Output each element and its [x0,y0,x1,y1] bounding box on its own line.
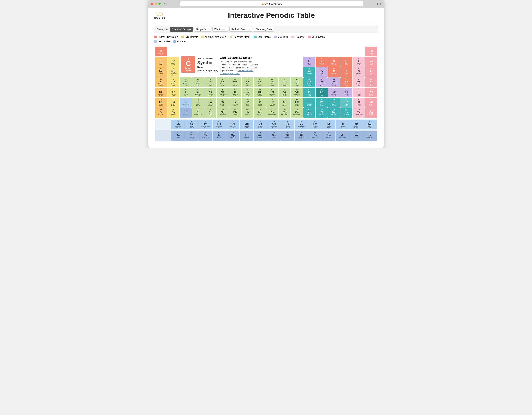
element-Cd[interactable]: 48CdCadmium112.411 [291,88,303,97]
element-W[interactable]: 74WTungsten183.84 [217,98,229,108]
element-Y[interactable]: 39YYttrium88.906 [180,88,191,97]
element-Zr[interactable]: 40ZrZirconium91.224 [192,88,204,97]
element-Rn[interactable]: 86RnRadon222 [365,98,377,108]
element-Lu[interactable]: 71LuLutetium174.967 [363,120,377,129]
element-Gd[interactable]: 64GdGadolinium157.25 [267,120,281,129]
element-Nd[interactable]: 60NdNeodymium144.242 [213,120,226,129]
element-Ge[interactable]: 32GeGermanium72.64 [316,77,328,87]
element-C[interactable]: 6CCarbon12.011 [316,57,328,67]
new-tab-button[interactable]: + [380,2,381,5]
element-Ho[interactable]: 67HoHolmium164.93 [308,120,322,129]
share-button[interactable]: ⬆ [376,2,379,5]
element-S[interactable]: 16SSulfur32.065 [340,67,352,77]
element-Mo[interactable]: 42MoMolybdenum95.96 [217,88,229,97]
element-H[interactable]: 1HHydrogen1.007 [155,47,167,56]
element-Np[interactable]: 93NpNeptunium237 [226,131,239,141]
element-Zn[interactable]: 30ZnZinc65.38 [291,77,303,87]
element-Br[interactable]: 35BrBromine79.904 [353,77,365,87]
element-He[interactable]: 2HeHelium4.002 [365,47,377,56]
element-Er[interactable]: 68ErErbium167.259 [322,120,335,129]
element-Cm[interactable]: 96CmCurium247 [267,131,281,141]
element-Ac-placeholder[interactable]: 89-103**Actinides [180,108,191,118]
info-desc-link[interactable]: Learn more about chemical groups here! [220,69,253,75]
element-U[interactable]: 92UUranium238.029 [213,131,226,141]
element-Re[interactable]: 75ReRhenium186.207 [229,98,241,108]
back-button[interactable]: ‹ [164,2,165,6]
element-Pb[interactable]: 82PbLead207.2 [316,98,328,108]
element-Tb[interactable]: 65TbTerbium158.925 [281,120,294,129]
element-Fl[interactable]: 114FlFlerovium289 [316,108,328,118]
element-Tc[interactable]: 43TcTechnetium98 [229,88,241,97]
element-Lr[interactable]: 103LrLawrencium266 [363,131,377,141]
element-Sc[interactable]: 21ScScandium44.956 [180,77,191,87]
element-Os[interactable]: 76OsOsmium190.23 [242,98,254,108]
element-As[interactable]: 33AsArsenic74.922 [328,77,340,87]
element-Og[interactable]: 118OgOganesson294 [365,108,377,118]
element-Hg[interactable]: 80HgMercury200.59 [291,98,303,108]
element-Na[interactable]: 11NaSodium22.99 [155,67,167,77]
element-Ag[interactable]: 47AgSilver107.868 [278,88,290,97]
element-Co[interactable]: 27CoCobalt58.933 [254,77,266,87]
maximize-button[interactable] [158,3,161,5]
minimize-button[interactable] [154,3,157,5]
element-Rh[interactable]: 45RhRhodium102.906 [254,88,266,97]
element-Pu[interactable]: 94PuPlutonium244 [240,131,253,141]
element-K[interactable]: 19KPotassium39.098 [155,77,167,87]
filter-periodic-trends[interactable]: Periodic Trends › [229,27,252,32]
element-Bh[interactable]: 107BhBohrium272 [229,108,241,118]
element-Fm[interactable]: 100FmFermium257 [322,131,335,141]
element-Sb[interactable]: 51SbAntimony121.76 [328,88,340,97]
element-Sm[interactable]: 62SmSamarium150.36 [240,120,253,129]
element-Ga[interactable]: 31GaGallium69.723 [303,77,315,87]
element-Cs[interactable]: 55CsCesium132.905 [155,98,167,108]
element-Be[interactable]: 4BeBeryllium9.012 [167,57,179,67]
element-Mt[interactable]: 109MtMeitnerium278 [254,108,266,118]
element-Pm[interactable]: 61PmPromethium145 [226,120,239,129]
element-Ca[interactable]: 20CaCalcium40.078 [167,77,179,87]
element-Pd[interactable]: 46PdPalladium106.42 [266,88,278,97]
element-Ta[interactable]: 73TaTantalum180.948 [204,98,216,108]
element-Th[interactable]: 90ThThorium232.038 [185,131,198,141]
filter-chemical-groups[interactable]: Chemical Groups [170,27,193,32]
element-Pt[interactable]: 78PtPlatinum195.084 [266,98,278,108]
element-V[interactable]: 23VVanadium50.942 [204,77,216,87]
element-Pr[interactable]: 59PrPraseodymium140.908 [199,120,212,129]
element-P[interactable]: 15PPhosphorus30.974 [328,67,340,77]
address-bar[interactable]: 🔒 chemistrytalk.org [180,1,363,6]
element-At[interactable]: 85AtAstatine210 [353,98,365,108]
element-Dy[interactable]: 66DyDysprosium162.5 [295,120,308,129]
element-Ds[interactable]: 110DsDarmstadtium281 [266,108,278,118]
element-Li[interactable]: 3LiLithium6.941 [155,57,167,67]
element-Ti[interactable]: 22TiTitanium47.867 [192,77,204,87]
element-Ts[interactable]: 117TsTennessine294 [353,108,365,118]
element-Mn[interactable]: 25MnManganese54.938 [229,77,241,87]
element-Sr[interactable]: 38SrStrontium87.62 [167,88,179,97]
element-Es[interactable]: 99EsEinsteinium252 [308,131,322,141]
filter-properties[interactable]: Properties › [194,27,211,32]
element-Ac[interactable]: 89AcActinium227 [171,131,185,141]
element-Se[interactable]: 34SeSelenium78.96 [340,77,352,87]
element-Xe[interactable]: 54XeXenon131.293 [365,88,377,97]
element-Rf[interactable]: 104RfRutherfordium267 [192,108,204,118]
element-Bi[interactable]: 83BiBismuth208.98 [328,98,340,108]
element-Sg[interactable]: 106SgSeaborgium271 [217,108,229,118]
element-Ba[interactable]: 56BaBarium137.327 [167,98,179,108]
element-Lv[interactable]: 116LvLivermorium292 [340,108,352,118]
element-Rg[interactable]: 111RgRoentgenium282 [278,108,290,118]
element-N[interactable]: 7NNitrogen14.007 [328,57,340,67]
element-Po[interactable]: 84PoPolonium209 [340,98,352,108]
element-Db[interactable]: 105DbDubnium268 [204,108,216,118]
element-Fe[interactable]: 26FeIron55.845 [242,77,254,87]
element-Ce[interactable]: 58CeCerium140.116 [185,120,198,129]
element-Mc[interactable]: 115McMoscovium288 [328,108,340,118]
close-button[interactable] [151,3,153,5]
element-Ne[interactable]: 10NeNeon20.18 [365,57,377,67]
element-I[interactable]: 53IIodine126.904 [353,88,365,97]
element-La[interactable]: 57LaLanthanum138.905 [171,120,185,129]
element-Nb[interactable]: 41NbNiobium92.906 [204,88,216,97]
element-Yb[interactable]: 70YbYtterbium173.054 [349,120,363,129]
element-B[interactable]: 5BBoron10.811 [303,57,315,67]
element-Cf[interactable]: 98CfCalifornium251 [295,131,308,141]
element-Ru[interactable]: 44RuRuthenium101.07 [242,88,254,97]
element-Am[interactable]: 95AmAmericium243 [254,131,267,141]
